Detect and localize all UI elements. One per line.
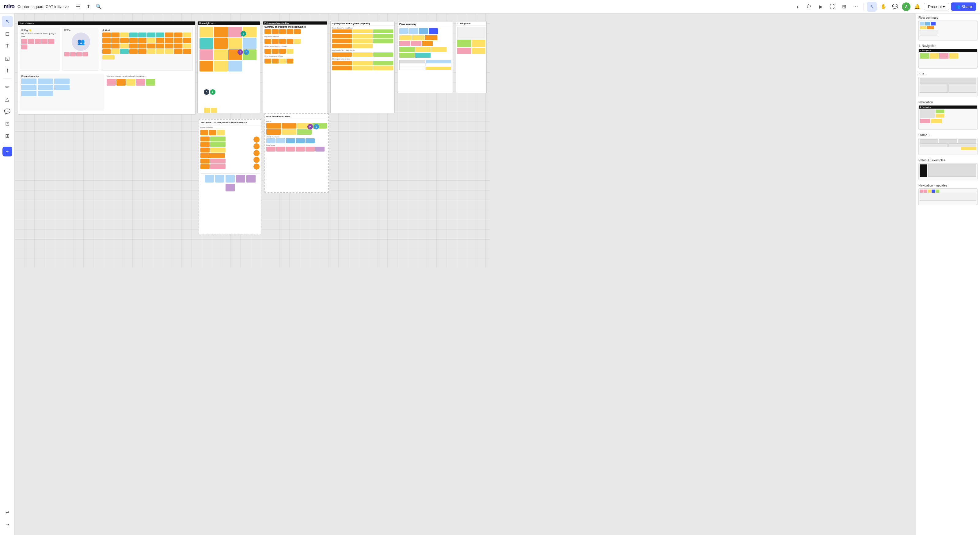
transcript-section: Interview transcript notes and analysis …: [105, 73, 194, 110]
avatar-P: P: [237, 50, 243, 55]
sticky-item: [210, 159, 226, 163]
sticky-item: [156, 49, 164, 54]
sticky-item: [217, 130, 224, 135]
sticky-item: [352, 66, 372, 70]
col2: [38, 78, 53, 96]
sticky-item: [199, 27, 213, 37]
menu-icon[interactable]: ☰: [73, 2, 82, 11]
col-header: [373, 29, 393, 33]
tool-select[interactable]: ↖: [2, 16, 13, 27]
problems-row: [264, 39, 326, 44]
flow-node: [415, 47, 431, 52]
sidebar-divider-2: [3, 144, 12, 144]
sticky-item: [21, 85, 37, 90]
tool-plugins[interactable]: ⊞: [2, 130, 13, 141]
frame-edu-team: Edu Team hand over P D Needs Already in …: [264, 113, 329, 193]
archive-content: Prioritisation items: [199, 125, 261, 193]
table-cell: [399, 60, 426, 63]
sticky-item: [165, 43, 173, 48]
tool-frames[interactable]: ⊟: [2, 28, 13, 39]
flow-row: [399, 28, 452, 34]
sticky-item: [204, 108, 210, 113]
tool-shapes[interactable]: △: [2, 94, 13, 105]
archive-items: [200, 137, 252, 169]
sticky-item: [332, 44, 352, 48]
sticky-item: [21, 91, 37, 96]
tool-sticky[interactable]: ◱: [2, 53, 13, 64]
tool-pen[interactable]: ✏: [2, 81, 13, 92]
flow-node: [399, 47, 415, 52]
tool-crop[interactable]: ⊡: [2, 118, 13, 129]
edu-content: P D Needs Already in progress: [265, 119, 328, 153]
tool-text[interactable]: T: [2, 40, 13, 51]
flow-node: [419, 28, 428, 34]
squad-content: 3 team themes for squad focus: [331, 26, 395, 72]
interview-stickies: [21, 78, 102, 96]
squad-row: [332, 61, 393, 65]
sticky-item: [266, 147, 275, 152]
problems-row: [264, 59, 326, 64]
flow-node: [399, 53, 415, 57]
flow-node: [431, 47, 447, 52]
what-bottom-row: [102, 55, 191, 59]
tool-add[interactable]: +: [2, 147, 12, 157]
sticky-item: [200, 148, 210, 152]
sticky-item: [199, 50, 213, 60]
sticky-item: [120, 49, 129, 54]
sticky-item: [264, 49, 271, 54]
sticky-item: [332, 34, 352, 38]
export-icon[interactable]: ⬆: [84, 2, 92, 11]
how-might-we-header: How might we...: [198, 21, 260, 25]
sticky-item: [102, 32, 111, 37]
edu-section: Already in progress: [266, 136, 327, 138]
transcript-stickies: [107, 79, 193, 86]
archive-row: [200, 148, 252, 152]
sticky-item: [286, 59, 293, 64]
col-header: [332, 29, 352, 33]
edu-outofscope: [266, 147, 327, 152]
flow-summary-title: Flow summary: [399, 23, 452, 26]
sticky-item: [200, 130, 208, 135]
table-row: [399, 67, 451, 70]
main-canvas[interactable]: User research ① Why 🌟 The production stu…: [15, 13, 490, 267]
sticky-item: [200, 159, 210, 163]
sticky-item: [200, 164, 210, 169]
empty-cell: [373, 44, 393, 48]
sticky-item: [111, 32, 119, 37]
sticky-item: [214, 38, 228, 49]
archive-flow: [200, 173, 259, 192]
flow-node: [412, 35, 425, 40]
tool-comments[interactable]: 💬: [2, 106, 13, 117]
search-icon[interactable]: 🔍: [94, 2, 103, 11]
section-label: Other squad areas of focus: [264, 55, 326, 57]
flow-node: [415, 53, 431, 57]
section-label: Key themes identified: [264, 35, 326, 37]
flow-node: [247, 175, 256, 182]
flow-node: [205, 175, 214, 182]
sticky-item: [129, 32, 138, 37]
sticky-item: [352, 44, 372, 48]
sticky-item: [21, 39, 27, 44]
tool-connector[interactable]: ⌇: [2, 65, 13, 76]
sticky-item: [209, 130, 216, 135]
what-label: ③ What: [102, 29, 191, 32]
empty-cell: [312, 129, 327, 135]
problems-row: [264, 49, 326, 54]
sticky-item: [296, 147, 305, 152]
sticky-item: [296, 138, 305, 143]
table-cell: [399, 64, 426, 67]
sticky-item: [228, 38, 242, 49]
what-stickies: [102, 32, 191, 54]
sticky-item: [111, 43, 119, 48]
sticky-item: [200, 153, 225, 158]
sticky-item: [266, 123, 281, 129]
table-row: [399, 60, 451, 64]
sticky-item: [35, 39, 41, 44]
sticky-item: [147, 38, 155, 43]
sticky-item: [210, 164, 226, 169]
flow-node: [422, 41, 433, 46]
problems-row: [264, 29, 326, 34]
squad-subtitle: 3 team themes for squad focus: [332, 27, 393, 29]
archive-section: Prioritisation items: [200, 127, 259, 129]
table-cell: [399, 67, 426, 70]
